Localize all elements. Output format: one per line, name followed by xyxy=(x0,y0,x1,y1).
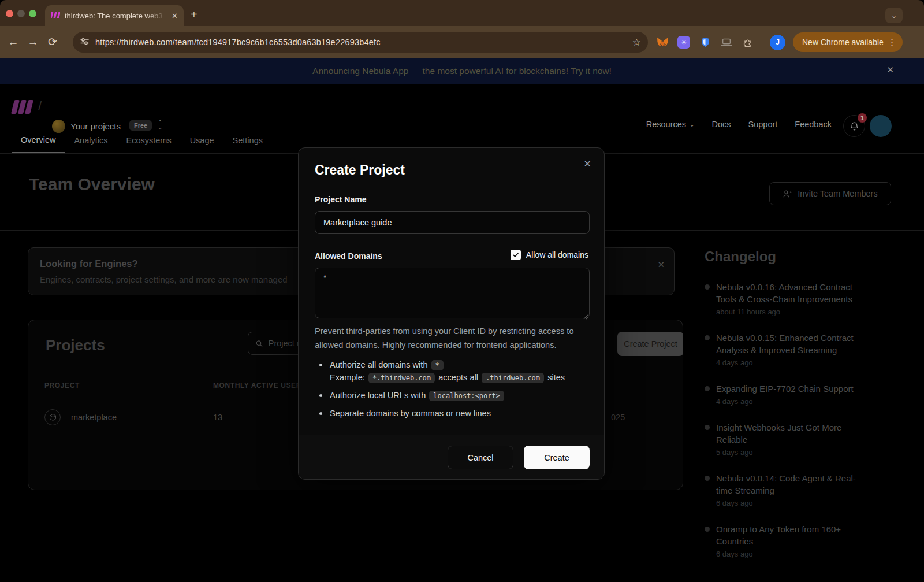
announcement-banner[interactable]: Announcing Nebula App — the most powerfu… xyxy=(0,58,924,84)
changelog-item-title[interactable]: Nebula v0.0.15: Enhanced Contract Analys… xyxy=(716,332,871,356)
back-icon[interactable]: ← xyxy=(3,32,23,52)
changelog-item[interactable]: Insight Webhooks Just Got More Reliable … xyxy=(705,421,871,457)
changelog-item[interactable]: Expanding EIP-7702 Chain Support 4 days … xyxy=(705,383,871,406)
create-button[interactable]: Create xyxy=(524,446,590,469)
allowed-domains-label: Allowed Domains xyxy=(315,251,382,261)
example-domain-code-chip: *.thirdweb.com xyxy=(368,373,435,383)
cancel-button[interactable]: Cancel xyxy=(448,446,513,469)
team-tabs: Overview Analytics Ecosystems Usage Sett… xyxy=(12,127,272,153)
search-icon xyxy=(255,339,263,348)
nav-resources[interactable]: Resources⌄ xyxy=(646,120,695,129)
allow-all-domains-control[interactable]: Allow all domains xyxy=(511,250,588,260)
matched-domain-code-chip: .thirdweb.com xyxy=(482,373,544,383)
changelog-item[interactable]: Nebula v0.0.15: Enhanced Contract Analys… xyxy=(705,332,871,367)
nav-docs[interactable]: Docs xyxy=(711,120,731,129)
nav-support[interactable]: Support xyxy=(748,120,778,129)
reload-icon[interactable]: ⟳ xyxy=(43,32,62,52)
create-project-dialog: ✕ Create Project Project Name Allowed Do… xyxy=(298,147,605,480)
changelog-item-title[interactable]: Insight Webhooks Just Got More Reliable xyxy=(716,421,871,446)
allowed-domains-textarea[interactable]: * xyxy=(315,268,590,318)
tab-ecosystems[interactable]: Ecosystems xyxy=(117,127,180,153)
user-plus-icon xyxy=(783,189,792,199)
bullet-dot-icon xyxy=(319,364,322,366)
tab-overview[interactable]: Overview xyxy=(12,127,65,153)
window-minimize-button[interactable] xyxy=(17,10,25,17)
bullet-dot-icon xyxy=(319,412,322,415)
localhost-code-chip: localhost:<port> xyxy=(429,391,504,401)
tab-analytics[interactable]: Analytics xyxy=(65,127,117,153)
breadcrumb-divider: / xyxy=(38,99,42,114)
site-header: / Your projects Free ⌃⌄ Resources⌄ Docs … xyxy=(0,84,924,130)
shield-extension-icon[interactable] xyxy=(696,34,714,51)
window-zoom-button[interactable] xyxy=(29,10,36,17)
extensions-puzzle-icon[interactable] xyxy=(739,34,757,51)
chrome-update-button[interactable]: New Chrome available ⋮ xyxy=(793,32,903,52)
project-name-input[interactable] xyxy=(315,211,590,234)
allow-all-domains-label[interactable]: Allow all domains xyxy=(526,250,588,260)
notification-count-badge: 1 xyxy=(858,113,867,123)
project-cube-icon xyxy=(44,409,61,425)
project-name-label: Project Name xyxy=(315,195,366,204)
chrome-menu-icon[interactable]: ⋮ xyxy=(888,38,897,47)
laptop-extension-icon[interactable] xyxy=(718,34,735,51)
tab-search-chevron-icon[interactable]: ⌄ xyxy=(885,8,903,23)
project-name[interactable]: marketplace xyxy=(71,413,117,422)
changelog-item-time: 4 days ago xyxy=(716,358,871,367)
forward-icon[interactable]: → xyxy=(23,32,43,52)
thirdweb-logo-icon[interactable] xyxy=(12,100,32,114)
chrome-profile-avatar[interactable]: J xyxy=(770,35,785,50)
engines-card-close-icon[interactable]: ✕ xyxy=(657,260,665,270)
banner-close-icon[interactable]: ✕ xyxy=(886,65,894,75)
changelog-item-title[interactable]: Onramp to Any Token from 160+ Countries xyxy=(716,523,871,547)
dialog-title: Create Project xyxy=(315,162,405,178)
changelog-item-title[interactable]: Expanding EIP-7702 Chain Support xyxy=(716,383,871,395)
changelog-dot-icon xyxy=(705,386,710,391)
help-bullet-wildcard: Authorize all domains with * Example: *.… xyxy=(315,359,592,384)
project-created-date: 025 xyxy=(611,413,625,422)
browser-tab[interactable]: thirdweb: The complete web3 ✕ xyxy=(45,5,184,26)
changelog-item-time: 4 days ago xyxy=(716,397,871,406)
dialog-footer: Cancel Create xyxy=(299,435,604,479)
engines-card-title: Looking for Engines? xyxy=(40,258,138,269)
address-bar[interactable]: https://thirdweb.com/team/fcd194917bc9c6… xyxy=(73,32,648,53)
window-close-button[interactable] xyxy=(6,10,13,17)
create-project-button[interactable]: Create Project xyxy=(617,332,683,356)
site-settings-icon[interactable] xyxy=(80,36,90,49)
help-bullet-localhost: Authorize local URLs with localhost:<por… xyxy=(315,390,592,402)
extensions-row: ✳ J New Chrome available ⋮ xyxy=(654,32,903,53)
toolbar-divider xyxy=(763,36,763,48)
tab-usage[interactable]: Usage xyxy=(181,127,223,153)
invite-team-members-button[interactable]: Invite Team Members xyxy=(769,182,891,205)
changelog-item[interactable]: Nebula v0.0.14: Code Agent & Real-time S… xyxy=(705,472,871,507)
changelog-dot-icon xyxy=(705,284,710,290)
tab-close-icon[interactable]: ✕ xyxy=(172,12,178,20)
changelog-item-time: 6 days ago xyxy=(716,550,871,558)
project-mau: 13 xyxy=(213,413,222,422)
browser-window: thirdweb: The complete web3 ✕ + ⌄ ← → ⟳ … xyxy=(0,0,924,582)
notifications-button[interactable]: 1 xyxy=(843,115,865,137)
changelog-item-time: about 11 hours ago xyxy=(716,307,871,316)
bookmark-star-icon[interactable]: ☆ xyxy=(632,36,641,49)
announcement-text[interactable]: Announcing Nebula App — the most powerfu… xyxy=(312,66,612,76)
changelog-item-time: 5 days ago xyxy=(716,448,871,457)
nav-feedback[interactable]: Feedback xyxy=(795,120,832,129)
browser-tab-bar: thirdweb: The complete web3 ✕ + ⌄ xyxy=(0,0,924,26)
changelog-item[interactable]: Nebula v0.0.16: Advanced Contract Tools … xyxy=(705,281,871,316)
user-avatar[interactable] xyxy=(870,115,892,137)
update-label: New Chrome available xyxy=(802,38,884,47)
changelog-item-title[interactable]: Nebula v0.0.16: Advanced Contract Tools … xyxy=(716,281,871,305)
new-tab-button[interactable]: + xyxy=(191,9,198,20)
url-text[interactable]: https://thirdweb.com/team/fcd194917bc9c6… xyxy=(95,38,627,47)
changelog-item-title[interactable]: Nebula v0.0.14: Code Agent & Real-time S… xyxy=(716,472,871,496)
dialog-close-icon[interactable]: ✕ xyxy=(584,158,591,169)
bullet-dot-icon xyxy=(319,394,322,397)
metamask-extension-icon[interactable] xyxy=(654,34,671,51)
checkbox-checked-icon[interactable] xyxy=(511,250,521,260)
changelog-item[interactable]: Onramp to Any Token from 160+ Countries … xyxy=(705,523,871,558)
changelog-heading: Changelog xyxy=(705,249,884,265)
changelog-dot-icon xyxy=(705,335,710,340)
tab-settings[interactable]: Settings xyxy=(223,127,272,153)
snowflake-extension-icon[interactable]: ✳ xyxy=(675,34,692,51)
column-monthly-active-users: MONTHLY ACTIVE USERS xyxy=(213,381,307,390)
tab-title: thirdweb: The complete web3 xyxy=(65,12,167,20)
